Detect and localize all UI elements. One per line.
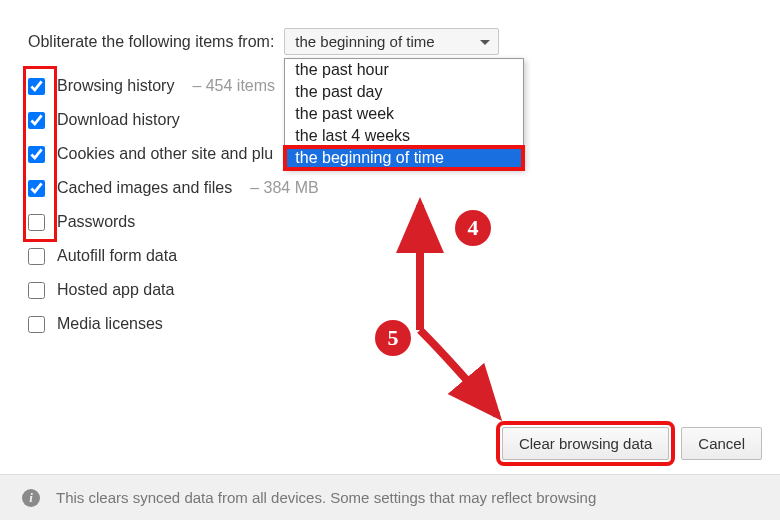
sub-browsing-history: – 454 items bbox=[192, 77, 275, 95]
label-cached: Cached images and files bbox=[57, 179, 232, 197]
sub-cached: – 384 MB bbox=[250, 179, 318, 197]
label-autofill: Autofill form data bbox=[57, 247, 177, 265]
label-download-history: Download history bbox=[57, 111, 180, 129]
label-passwords: Passwords bbox=[57, 213, 135, 231]
time-range-dropdown-list[interactable]: the past hour the past day the past week… bbox=[284, 58, 524, 170]
annotation-badge-5: 5 bbox=[375, 320, 411, 356]
label-media-licenses: Media licenses bbox=[57, 315, 163, 333]
footer-text: This clears synced data from all devices… bbox=[56, 489, 596, 506]
time-range-dropdown-button[interactable]: the beginning of time bbox=[284, 28, 499, 55]
label-browsing-history: Browsing history bbox=[57, 77, 174, 95]
checkbox-autofill[interactable] bbox=[28, 248, 45, 265]
annotation-badge-4: 4 bbox=[455, 210, 491, 246]
option-autofill[interactable]: Autofill form data bbox=[28, 239, 752, 273]
checkbox-cookies[interactable] bbox=[28, 146, 45, 163]
checkbox-media-licenses[interactable] bbox=[28, 316, 45, 333]
checkbox-passwords[interactable] bbox=[28, 214, 45, 231]
time-option-past-day[interactable]: the past day bbox=[285, 81, 523, 103]
time-option-past-hour[interactable]: the past hour bbox=[285, 59, 523, 81]
obliterate-prompt: Obliterate the following items from: bbox=[28, 33, 274, 51]
time-range-dropdown[interactable]: the beginning of time the past hour the … bbox=[284, 28, 499, 55]
checkbox-hosted-app-data[interactable] bbox=[28, 282, 45, 299]
label-hosted-app-data: Hosted app data bbox=[57, 281, 174, 299]
time-option-past-week[interactable]: the past week bbox=[285, 103, 523, 125]
cancel-button[interactable]: Cancel bbox=[681, 427, 762, 460]
time-option-last-4-weeks[interactable]: the last 4 weeks bbox=[285, 125, 523, 147]
clear-browsing-data-button[interactable]: Clear browsing data bbox=[502, 427, 669, 460]
checkbox-cached[interactable] bbox=[28, 180, 45, 197]
chevron-down-icon bbox=[480, 40, 490, 50]
label-cookies: Cookies and other site and plu bbox=[57, 145, 273, 163]
option-passwords[interactable]: Passwords bbox=[28, 205, 752, 239]
checkbox-download-history[interactable] bbox=[28, 112, 45, 129]
checkbox-browsing-history[interactable] bbox=[28, 78, 45, 95]
footer-bar: i This clears synced data from all devic… bbox=[0, 474, 780, 520]
time-range-selected: the beginning of time bbox=[295, 33, 434, 50]
time-option-beginning-of-time[interactable]: the beginning of time bbox=[285, 147, 523, 169]
option-cached[interactable]: Cached images and files – 384 MB bbox=[28, 171, 752, 205]
option-hosted-app-data[interactable]: Hosted app data bbox=[28, 273, 752, 307]
info-icon: i bbox=[22, 489, 40, 507]
